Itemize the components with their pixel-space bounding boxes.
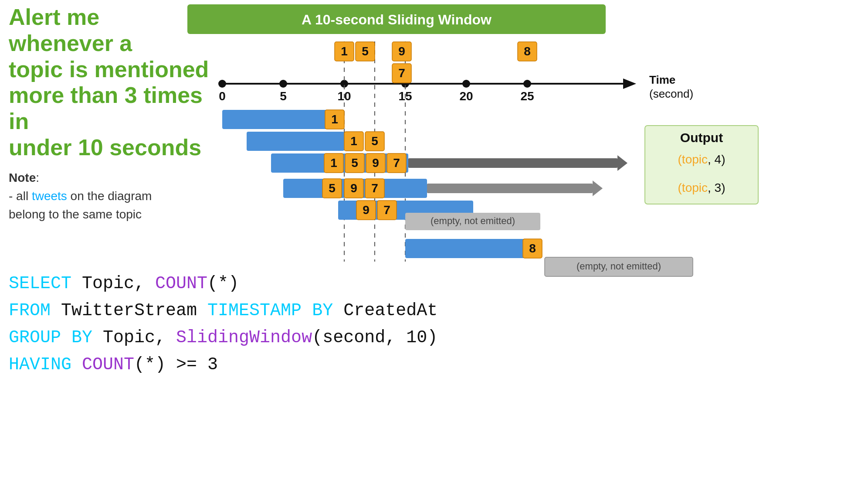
- note-text2: on the diagram: [67, 189, 152, 203]
- sql-by1: BY: [302, 301, 343, 320]
- event-label-8-bar6: 8: [529, 242, 536, 255]
- window-bar-3-ext: [408, 158, 617, 168]
- event-label-7-bar3: 7: [393, 156, 400, 170]
- sql-sw-end: (second, 10): [312, 328, 437, 347]
- event-label-1-top: 1: [341, 44, 348, 58]
- window-bar-4-ext: [427, 184, 593, 193]
- note-tweets: tweets: [32, 189, 67, 203]
- time-label-20: 20: [459, 89, 473, 103]
- sql-line4: HAVING COUNT(*) >= 3: [9, 351, 437, 378]
- note-text1: - all: [9, 189, 32, 203]
- sql-by2: BY: [61, 328, 92, 347]
- alert-line3: more than 3 times in: [9, 82, 203, 134]
- event-label-1-bar3: 1: [330, 156, 337, 170]
- event-label-5-top: 5: [362, 44, 369, 58]
- event-label-1-bar1: 1: [331, 112, 338, 126]
- time-dot-5: [279, 80, 287, 88]
- event-label-8-top: 8: [524, 44, 531, 58]
- time-label-25: 25: [520, 89, 534, 103]
- window-bar-3-arrow: [617, 155, 627, 171]
- event-label-9-bar5: 9: [363, 203, 370, 217]
- sql-topic: Topic,: [71, 274, 155, 293]
- sql-from: FROM: [9, 301, 51, 320]
- time-dot-25: [523, 80, 531, 88]
- time-label-5: 5: [280, 89, 287, 103]
- sql-having: HAVING: [9, 355, 71, 375]
- time-axis-label2: (second): [649, 87, 693, 100]
- sql-line3: GROUP BY Topic, SlidingWindow(second, 10…: [9, 324, 437, 351]
- alert-line1: Alert me whenever a: [9, 4, 132, 56]
- event-label-5-bar2: 5: [371, 134, 378, 148]
- event-label-7-bar4: 7: [371, 181, 378, 195]
- alert-line2: topic is mentioned: [9, 57, 209, 82]
- diagram-svg: A 10-second Sliding Window 0 5 10 15 20 …: [187, 0, 858, 279]
- window-bar-4-arrow: [593, 180, 603, 196]
- output-item-1: (topic, 4): [678, 153, 726, 166]
- sql-table: TwitterStream: [51, 301, 207, 320]
- sql-section: SELECT Topic, COUNT(*) FROM TwitterStrea…: [9, 270, 437, 378]
- note-label: Note: [9, 171, 36, 184]
- sql-createdat: CreatedAt: [343, 301, 437, 320]
- window-bar-2a: [247, 132, 344, 151]
- window-bar-6: [405, 239, 540, 258]
- note-text3: belong to the same topic: [9, 205, 209, 224]
- sql-group: GROUP: [9, 328, 61, 347]
- empty-label-2: (empty, not emitted): [576, 261, 661, 272]
- time-axis-label: Time: [649, 73, 675, 86]
- empty-label-1: (empty, not emitted): [431, 215, 515, 226]
- sql-slidingwindow: SlidingWindow: [176, 328, 312, 347]
- left-panel: Alert me whenever a topic is mentioned m…: [9, 4, 209, 224]
- header-text: A 10-second Sliding Window: [302, 12, 492, 27]
- note-section: Note: - all tweets on the diagram belong…: [9, 169, 209, 224]
- output-item-2: (topic, 3): [678, 181, 726, 194]
- event-label-5-bar3: 5: [351, 156, 358, 170]
- time-dot-0: [218, 80, 226, 88]
- alert-line4: under 10 seconds: [9, 135, 201, 160]
- sql-count2: COUNT: [71, 355, 134, 375]
- output-title: Output: [680, 130, 723, 145]
- alert-text: Alert me whenever a topic is mentioned m…: [9, 4, 209, 161]
- time-label-0: 0: [219, 89, 226, 103]
- event-label-9-bar4: 9: [350, 181, 357, 195]
- time-dot-20: [462, 80, 470, 88]
- event-label-9-bar3: 9: [372, 156, 379, 170]
- sql-select: SELECT: [9, 274, 71, 293]
- event-label-7-bar5: 7: [383, 203, 390, 217]
- sql-line2: FROM TwitterStream TIMESTAMP BY CreatedA…: [9, 297, 437, 324]
- event-label-1-bar2: 1: [350, 134, 357, 148]
- event-label-9-top: 9: [398, 44, 405, 58]
- event-label-5-bar4: 5: [329, 181, 336, 195]
- sql-topic2: Topic,: [92, 328, 176, 347]
- sql-having-end: (*) >= 3: [134, 355, 218, 375]
- event-label-7-top: 7: [398, 66, 405, 80]
- timeline-arrow: [623, 78, 636, 89]
- sql-timestamp: TIMESTAMP: [207, 301, 302, 320]
